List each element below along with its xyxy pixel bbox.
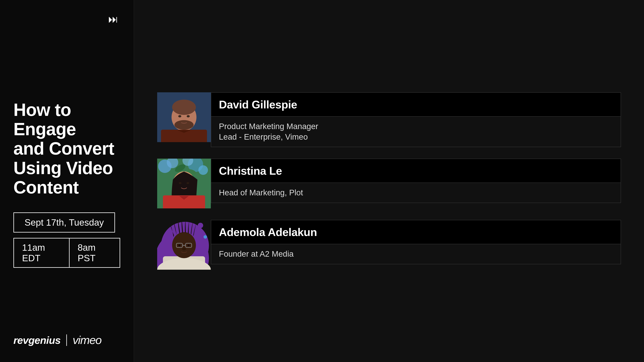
svg-point-4 (172, 100, 196, 115)
speaker-name-adelakun: Ademola Adelakun (219, 226, 317, 238)
speaker-photo-wrapper-adelakun (157, 220, 211, 270)
date-box: Sept 17th, Tuesday (14, 212, 115, 233)
speaker-card-christina: Christina Le Head of Marketing, Plot (157, 159, 621, 208)
speaker-photo-christina (157, 159, 211, 208)
speaker-info-david: David Gillespie Product Marketing Manage… (211, 92, 621, 147)
speaker-role-david: Product Marketing Manager Lead - Enterpr… (219, 121, 318, 142)
speaker-photo-david (157, 92, 211, 142)
svg-point-21 (186, 182, 189, 184)
time-row: 11am EDT 8am PST (14, 238, 120, 268)
svg-point-34 (182, 248, 186, 250)
speaker-info-adelakun: Ademola Adelakun Founder at A2 Media (211, 220, 621, 264)
speaker-role-christina: Head of Marketing, Plot (219, 188, 303, 198)
webinar-title: How to Engage and Convert Using Video Co… (14, 100, 120, 197)
revgenius-logo: revgenius (14, 334, 60, 346)
speaker-name-box-adelakun: Ademola Adelakun (211, 220, 621, 244)
time-edt: 11am EDT (14, 238, 69, 268)
main-content: How to Engage and Convert Using Video Co… (14, 15, 120, 334)
speaker-card-adelakun: Ademola Adelakun Founder at A2 Media (157, 220, 621, 270)
speaker-role-box-adelakun: Founder at A2 Media (211, 244, 621, 264)
speaker-photo-adelakun (157, 220, 211, 270)
svg-point-33 (188, 244, 190, 246)
vimeo-logo: vimeo (73, 334, 102, 347)
speaker-card-david: David Gillespie Product Marketing Manage… (157, 92, 621, 147)
speaker-name-david: David Gillespie (219, 98, 297, 111)
svg-point-6 (187, 115, 190, 117)
skip-icon[interactable]: ⏭ (108, 13, 118, 25)
dot-small-decoration (204, 235, 207, 239)
speaker-info-christina: Christina Le Head of Marketing, Plot (211, 159, 621, 203)
left-panel: ⏭ How to Engage and Convert Using Video … (0, 0, 134, 362)
svg-point-7 (174, 120, 194, 130)
footer-logos: revgenius vimeo (14, 334, 120, 347)
speaker-role-box-christina: Head of Marketing, Plot (211, 183, 621, 203)
time-pst: 8am PST (69, 238, 120, 268)
right-panel: David Gillespie Product Marketing Manage… (134, 0, 644, 362)
speaker-role-adelakun: Founder at A2 Media (219, 249, 294, 259)
svg-point-20 (179, 182, 182, 184)
svg-point-13 (198, 165, 208, 175)
svg-point-5 (178, 115, 181, 117)
speaker-name-christina: Christina Le (219, 165, 282, 177)
dot-large-decoration (198, 223, 203, 228)
speaker-role-box-david: Product Marketing Manager Lead - Enterpr… (211, 117, 621, 147)
speaker-name-box-christina: Christina Le (211, 159, 621, 183)
speaker-name-box-david: David Gillespie (211, 92, 621, 117)
svg-point-32 (178, 244, 180, 246)
logo-divider (66, 335, 67, 346)
